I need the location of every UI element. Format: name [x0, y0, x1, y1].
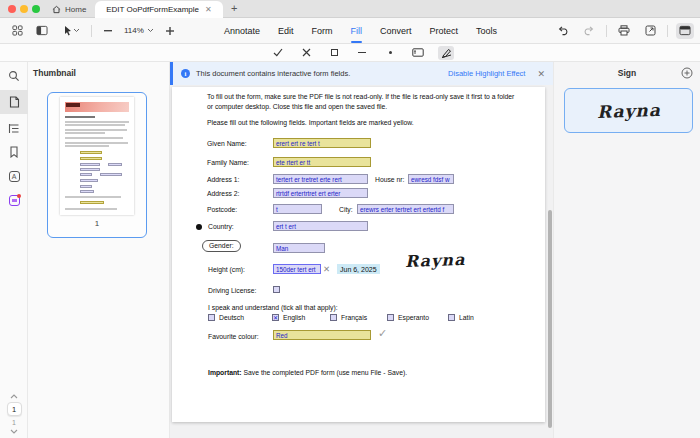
menu-form[interactable]: Form	[312, 18, 333, 43]
info-icon: i	[181, 69, 190, 78]
ai-assistant-icon[interactable]	[0, 188, 28, 212]
menu-convert[interactable]: Convert	[380, 18, 412, 43]
window-zoom-button[interactable]	[32, 5, 40, 13]
height-label: Height (cm):	[208, 266, 245, 273]
language-checkbox-esperanto[interactable]	[387, 314, 394, 321]
driving-license-checkbox[interactable]	[273, 286, 280, 293]
given-name-label: Given Name:	[207, 140, 247, 147]
thumbnail-preview	[60, 97, 134, 215]
country-bullet	[196, 224, 202, 230]
address2-field[interactable]: rtrtdf ertertrtret ert erter	[273, 188, 368, 198]
outline-panel-icon[interactable]	[0, 116, 28, 140]
print-icon[interactable]	[615, 23, 633, 39]
new-tab-button[interactable]: +	[231, 2, 237, 14]
chevron-down-icon	[147, 28, 154, 33]
important-note-text: Save the completed PDF form (use menu Fi…	[242, 369, 407, 376]
add-signature-icon[interactable]	[681, 67, 693, 79]
page-down-icon[interactable]	[10, 429, 18, 434]
date-annotation[interactable]: Jun 6, 2025	[337, 264, 380, 274]
country-label: Country:	[208, 223, 234, 230]
tab-home[interactable]: Home	[46, 0, 92, 18]
select-tool-dropdown[interactable]	[58, 23, 84, 39]
gender-field[interactable]: Man	[273, 243, 325, 253]
favourite-colour-label: Favourite colour:	[208, 333, 259, 340]
address1-field[interactable]: tertert er tretret erte rert	[273, 174, 368, 184]
thumbnail-page-number: 1	[48, 219, 146, 228]
zoom-level-value: 114%	[124, 26, 144, 35]
cross-annotation[interactable]: ✕	[323, 264, 330, 274]
sidebar-toggle-icon[interactable]	[33, 23, 51, 39]
tab-bar: Home EDIT OoPdfFormExample ✕ +	[0, 0, 700, 18]
text-field-tool-icon[interactable]	[410, 46, 426, 60]
vertical-scrollbar[interactable]	[548, 210, 552, 428]
country-field[interactable]: ert t ert	[273, 221, 368, 231]
page-thumbnail[interactable]: 1	[47, 92, 147, 238]
bookmarks-panel-icon[interactable]	[0, 140, 28, 164]
menu-fill[interactable]: Fill	[351, 18, 363, 43]
language-checkbox-latin[interactable]	[448, 314, 455, 321]
intro-paragraph: To fill out the form, make sure the PDF …	[207, 92, 522, 111]
gender-label: Gender:	[202, 240, 241, 252]
dash-tool-icon[interactable]	[354, 46, 370, 60]
language-label-francais: Français	[341, 314, 367, 321]
family-name-field[interactable]: ete rtert er tt	[273, 157, 371, 167]
window-close-button[interactable]	[8, 5, 16, 13]
home-icon	[52, 5, 61, 14]
important-note-bold: Important:	[208, 369, 242, 376]
menu-edit[interactable]: Edit	[278, 18, 294, 43]
given-name-field[interactable]: erert ert re tert t	[273, 138, 371, 148]
sign-panel: Sign Rayna	[553, 62, 700, 438]
tab-document[interactable]: EDIT OoPdfFormExample ✕	[95, 1, 223, 18]
tab-document-label: EDIT OoPdfFormExample	[106, 5, 199, 14]
language-label-esperanto: Esperanto	[398, 314, 429, 321]
menu-tools[interactable]: Tools	[476, 18, 497, 43]
left-icon-strip: A 1 1	[0, 62, 28, 438]
saved-signature-text: Rayna	[596, 99, 660, 121]
annotations-panel-icon[interactable]: A	[0, 164, 28, 188]
sign-panel-title: Sign	[554, 68, 700, 78]
language-checkbox-english[interactable]	[272, 314, 279, 321]
city-field[interactable]: erewrs erter tertret ert ertertd f	[357, 204, 454, 214]
undo-button[interactable]	[554, 23, 572, 39]
favourite-colour-field[interactable]: Red	[273, 330, 371, 340]
language-checkbox-deutsch[interactable]	[208, 314, 215, 321]
current-page-input[interactable]: 1	[7, 402, 22, 416]
postcode-field[interactable]: t	[273, 204, 322, 214]
dot-tool-icon[interactable]	[382, 46, 398, 60]
tab-close-icon[interactable]: ✕	[205, 6, 212, 14]
zoom-out-button[interactable]	[99, 23, 117, 39]
menu-protect[interactable]: Protect	[430, 18, 459, 43]
speak-label: I speak and understand (tick all that ap…	[208, 303, 508, 313]
info-close-icon[interactable]: ✕	[537, 69, 545, 79]
saved-signature-card[interactable]: Rayna	[564, 88, 693, 133]
square-tool-icon[interactable]	[326, 46, 342, 60]
thumbnails-panel-icon[interactable]	[0, 90, 28, 114]
postcode-label: Postcode:	[207, 206, 237, 213]
search-icon[interactable]	[0, 64, 28, 88]
document-signature[interactable]: Rayna	[405, 250, 466, 271]
language-label-english: English	[283, 314, 305, 321]
house-nr-field[interactable]: ewresd fdsf w	[408, 174, 454, 184]
grid-view-icon[interactable]	[8, 23, 26, 39]
checkmark-tool-icon[interactable]	[270, 46, 286, 60]
cross-tool-icon[interactable]	[298, 46, 314, 60]
address1-label: Address 1:	[207, 176, 240, 183]
zoom-level-dropdown[interactable]: 114%	[124, 26, 154, 35]
window-minimize-button[interactable]	[20, 5, 28, 13]
zoom-in-button[interactable]	[161, 23, 179, 39]
right-panel-toggle-icon[interactable]	[676, 23, 694, 39]
language-checkbox-francais[interactable]	[330, 314, 337, 321]
redo-button[interactable]	[580, 23, 598, 39]
form-fields-info-bar: i This document contains interactive for…	[170, 62, 553, 85]
checkmark-annotation[interactable]: ✓	[378, 327, 387, 340]
share-icon[interactable]	[641, 23, 659, 39]
signature-pen-tool-icon[interactable]	[438, 46, 454, 60]
height-field[interactable]: 150der tert ert	[273, 264, 321, 274]
house-nr-label: House nr:	[375, 176, 404, 183]
menu-annotate[interactable]: Annotate	[224, 18, 260, 43]
page-navigator: 1 1	[0, 394, 28, 434]
page-up-icon[interactable]	[10, 394, 18, 399]
disable-highlight-link[interactable]: Disable Highlight Effect	[448, 69, 525, 78]
info-message: This document contains interactive form …	[196, 69, 442, 78]
tab-home-label: Home	[65, 5, 86, 14]
